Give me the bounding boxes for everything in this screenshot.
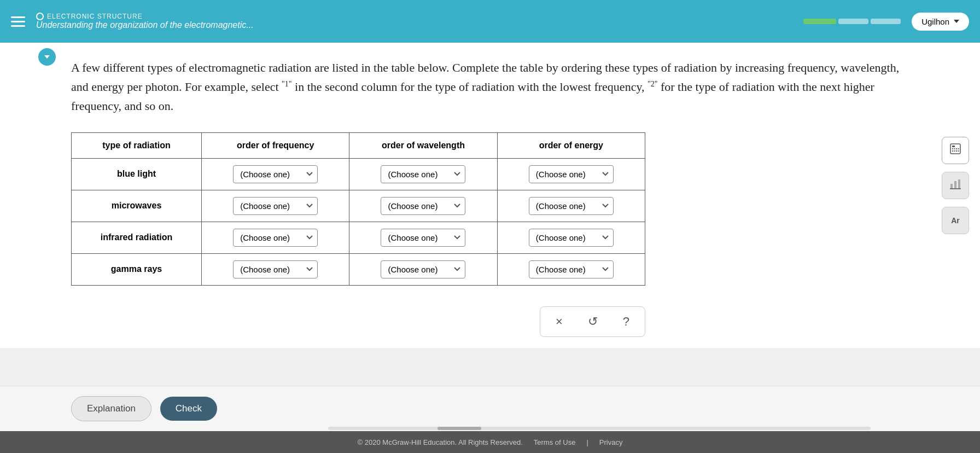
energy-cell-infrared[interactable]: (Choose one) 1234 (497, 222, 645, 253)
wavelength-select-gamma[interactable]: (Choose one) 1234 (381, 260, 465, 278)
energy-cell-blue-light[interactable]: (Choose one) 1234 (497, 158, 645, 190)
svg-rect-8 (956, 150, 957, 152)
footer-separator: | (586, 438, 588, 446)
instructions-text: A few different types of electromagnetic… (71, 58, 919, 116)
wavelength-cell-infrared[interactable]: (Choose one) 1234 (349, 222, 497, 253)
col-header-frequency: order of frequency (202, 132, 349, 158)
svg-rect-12 (958, 179, 960, 189)
header-text: ELECTRONIC STRUCTURE Understanding the o… (36, 13, 254, 30)
user-menu-button[interactable]: Ugilhon (912, 13, 969, 31)
col-header-energy: order of energy (497, 132, 645, 158)
undo-button[interactable]: ↺ (584, 312, 602, 331)
svg-rect-4 (956, 148, 957, 149)
copyright-text: © 2020 McGraw-Hill Education. All Rights… (358, 438, 523, 446)
chart-icon (949, 177, 962, 194)
table-row: gamma rays (Choose one) 1234 (Choose one… (72, 253, 645, 285)
frequency-select-blue-light[interactable]: (Choose one) 1234 (233, 165, 318, 183)
svg-rect-11 (954, 181, 956, 189)
wavelength-select-blue-light[interactable]: (Choose one) 1234 (381, 165, 465, 183)
radiation-type-blue-light: blue light (72, 158, 202, 190)
progress-bar-2 (838, 19, 868, 24)
wavelength-cell-blue-light[interactable]: (Choose one) 1234 (349, 158, 497, 190)
calculator-icon (949, 142, 962, 159)
table-row: infrared radiation (Choose one) 1234 (Ch… (72, 222, 645, 253)
svg-rect-7 (954, 150, 955, 152)
radiation-type-microwaves: microwaves (72, 190, 202, 222)
chevron-down-icon (44, 55, 50, 59)
progress-bars (803, 19, 901, 24)
wavelength-select-microwaves[interactable]: (Choose one) 1234 (381, 197, 465, 215)
wavelength-cell-microwaves[interactable]: (Choose one) 1234 (349, 190, 497, 222)
help-button[interactable]: ? (619, 312, 634, 331)
scrollbar-thumb[interactable] (438, 427, 481, 430)
header-subtitle: ELECTRONIC STRUCTURE (36, 13, 254, 20)
energy-select-blue-light[interactable]: (Choose one) 1234 (529, 165, 614, 183)
svg-rect-3 (954, 148, 955, 149)
action-panel: × ↺ ? (540, 306, 645, 337)
chart-button[interactable] (942, 172, 969, 199)
table-row: blue light (Choose one) 1234 (Choose one… (72, 158, 645, 190)
circle-icon (36, 13, 44, 20)
frequency-select-infrared[interactable]: (Choose one) 1234 (233, 229, 318, 247)
right-sidebar: Ar (942, 137, 969, 234)
bottom-bar: Explanation Check (0, 386, 980, 431)
undo-icon: ↺ (588, 315, 598, 328)
svg-rect-2 (952, 148, 953, 149)
table-row: microwaves (Choose one) 1234 (Choose one… (72, 190, 645, 222)
action-buttons-row: × ↺ ? (71, 302, 645, 337)
svg-rect-6 (952, 150, 953, 152)
terms-link[interactable]: Terms of Use (534, 438, 576, 446)
periodic-table-icon: Ar (951, 216, 960, 225)
col-header-wavelength: order of wavelength (349, 132, 497, 158)
header-title: Understanding the organization of the el… (36, 20, 254, 30)
chevron-down-icon (954, 20, 959, 23)
energy-select-infrared[interactable]: (Choose one) 1234 (529, 229, 614, 247)
progress-bar-1 (803, 19, 836, 24)
frequency-cell-microwaves[interactable]: (Choose one) 1234 (202, 190, 349, 222)
scrollbar-track (328, 427, 871, 430)
section-toggle-button[interactable] (38, 48, 56, 66)
col-header-type: type of radiation (72, 132, 202, 158)
explanation-button[interactable]: Explanation (71, 396, 151, 421)
energy-cell-gamma[interactable]: (Choose one) 1234 (497, 253, 645, 285)
frequency-cell-infrared[interactable]: (Choose one) 1234 (202, 222, 349, 253)
main-content: A few different types of electromagnetic… (0, 43, 980, 348)
scrollbar-area[interactable] (328, 426, 871, 431)
help-icon: ? (623, 315, 629, 328)
clear-button[interactable]: × (551, 312, 567, 331)
clear-icon: × (556, 315, 563, 328)
svg-rect-5 (958, 148, 959, 149)
footer: © 2020 McGraw-Hill Education. All Rights… (0, 431, 980, 453)
frequency-select-microwaves[interactable]: (Choose one) 1234 (233, 197, 318, 215)
header: ELECTRONIC STRUCTURE Understanding the o… (0, 0, 980, 43)
svg-rect-9 (958, 150, 959, 152)
header-right: Ugilhon (803, 13, 969, 31)
check-button[interactable]: Check (160, 397, 217, 421)
wavelength-cell-gamma[interactable]: (Choose one) 1234 (349, 253, 497, 285)
radiation-type-gamma: gamma rays (72, 253, 202, 285)
svg-rect-10 (950, 184, 953, 189)
energy-cell-microwaves[interactable]: (Choose one) 1234 (497, 190, 645, 222)
header-subtitle-text: ELECTRONIC STRUCTURE (47, 13, 143, 20)
energy-select-gamma[interactable]: (Choose one) 1234 (529, 260, 614, 278)
periodic-table-button[interactable]: Ar (942, 207, 969, 234)
frequency-cell-gamma[interactable]: (Choose one) 1234 (202, 253, 349, 285)
menu-button[interactable] (11, 16, 25, 27)
svg-rect-1 (952, 146, 955, 147)
frequency-select-gamma[interactable]: (Choose one) 1234 (233, 260, 318, 278)
frequency-cell-blue-light[interactable]: (Choose one) 1234 (202, 158, 349, 190)
wavelength-select-infrared[interactable]: (Choose one) 1234 (381, 229, 465, 247)
calculator-button[interactable] (942, 137, 969, 164)
radiation-type-infrared: infrared radiation (72, 222, 202, 253)
radiation-table: type of radiation order of frequency ord… (71, 132, 645, 286)
energy-select-microwaves[interactable]: (Choose one) 1234 (529, 197, 614, 215)
privacy-link[interactable]: Privacy (599, 438, 623, 446)
progress-bar-3 (871, 19, 901, 24)
user-name: Ugilhon (921, 17, 949, 26)
